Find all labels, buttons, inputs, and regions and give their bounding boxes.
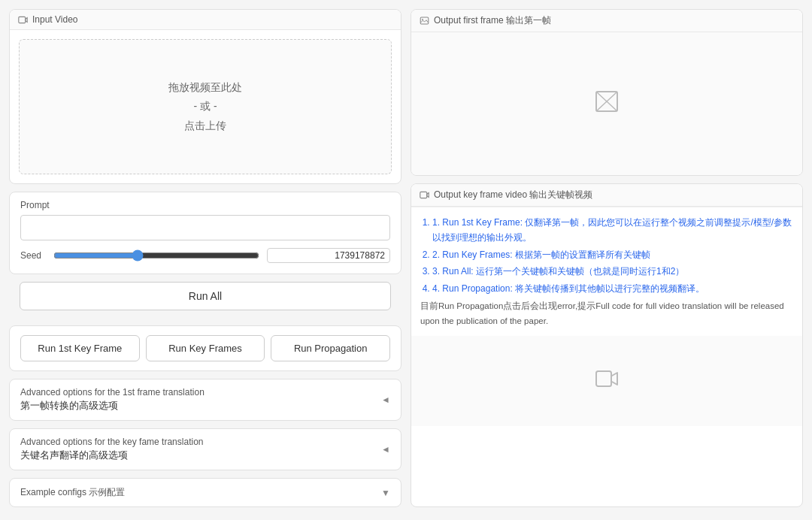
example-configs-section: Example configs 示例配置 ▼	[9, 478, 401, 507]
advanced-1st-section: Advanced options for the 1st frame trans…	[9, 379, 401, 421]
output-first-header: Output first frame 输出第一帧	[411, 10, 802, 32]
info-list: 1. Run 1st Key Frame: 仅翻译第一帧，因此您可以在运行整个视…	[420, 215, 793, 296]
prompt-input[interactable]	[20, 215, 390, 240]
input-video-header: Input Video	[10, 10, 401, 30]
right-panel: Output first frame 输出第一帧	[411, 9, 803, 507]
output-video-placeholder-icon	[595, 367, 619, 396]
seed-slider[interactable]	[53, 249, 259, 262]
info-text-area: 1. Run 1st Key Frame: 仅翻译第一帧，因此您可以在运行整个视…	[411, 207, 802, 336]
svg-rect-0	[18, 17, 25, 23]
advanced-key-arrow: ◄	[381, 444, 390, 455]
left-panel: Input Video 拖放视频至此处 - 或 - 点击上传 Prompt Se…	[9, 9, 401, 507]
output-key-icon	[419, 190, 429, 201]
input-video-title: Input Video	[32, 14, 78, 25]
output-key-title: Output key frame video 输出关键帧视频	[434, 189, 592, 201]
image-icon	[419, 16, 429, 26]
info-item-1: 1. Run 1st Key Frame: 仅翻译第一帧，因此您可以在运行整个视…	[432, 215, 793, 246]
output-key-frame-card: Output key frame video 输出关键帧视频 1. Run 1s…	[411, 183, 803, 507]
svg-rect-7	[596, 371, 611, 386]
run-propagation-button[interactable]: Run Propagation	[271, 335, 390, 361]
example-configs-arrow: ▼	[381, 488, 390, 498]
upload-area[interactable]: 拖放视频至此处 - 或 - 点击上传	[19, 39, 392, 174]
run-1st-key-frame-button[interactable]: Run 1st Key Frame	[20, 335, 140, 361]
run-all-button[interactable]: Run All	[20, 282, 391, 310]
run-key-frames-button[interactable]: Run Key Frames	[146, 335, 265, 361]
app-container: Input Video 拖放视频至此处 - 或 - 点击上传 Prompt Se…	[9, 9, 803, 507]
advanced-1st-title-zh: 第一帧转换的高级选项	[20, 399, 205, 413]
info-item-2: 2. Run Key Frames: 根据第一帧的设置翻译所有关键帧	[432, 247, 793, 262]
advanced-key-title-en: Advanced options for the key fame transl…	[20, 437, 203, 447]
seed-slider-wrap	[53, 249, 259, 262]
example-configs-title: Example configs 示例配置	[20, 486, 125, 499]
advanced-key-header[interactable]: Advanced options for the key fame transl…	[10, 429, 401, 470]
upload-line1: 拖放视频至此处	[168, 78, 242, 97]
output-first-title: Output first frame 输出第一帧	[434, 14, 551, 27]
upload-text: 拖放视频至此处 - 或 - 点击上传	[168, 78, 242, 135]
seed-value-input[interactable]	[267, 248, 390, 263]
prompt-section: Prompt Seed	[10, 192, 401, 274]
advanced-1st-arrow: ◄	[381, 395, 390, 405]
upload-line3: 点击上传	[168, 116, 242, 135]
svg-rect-6	[420, 192, 426, 198]
svg-point-2	[422, 19, 423, 20]
output-first-frame-card: Output first frame 输出第一帧	[411, 9, 803, 176]
prompt-label: Prompt	[20, 200, 390, 210]
advanced-1st-header[interactable]: Advanced options for the 1st frame trans…	[10, 379, 401, 420]
action-buttons-card: Run 1st Key Frame Run Key Frames Run Pro…	[9, 325, 401, 371]
prompt-seed-card: Prompt Seed	[9, 192, 401, 274]
input-video-card: Input Video 拖放视频至此处 - 或 - 点击上传	[9, 9, 401, 184]
advanced-key-title-zh: 关键名声翻译的高级选项	[20, 449, 203, 462]
output-key-header: Output key frame video 输出关键帧视频	[411, 184, 802, 207]
seed-row: Seed	[20, 248, 390, 263]
example-configs-header[interactable]: Example configs 示例配置 ▼	[10, 479, 401, 506]
video-icon	[17, 14, 28, 25]
advanced-key-section: Advanced options for the key fame transl…	[9, 428, 401, 470]
info-item-4: 4. Run Propagation: 将关键帧传播到其他帧以进行完整的视频翻译…	[432, 281, 793, 296]
info-item-3: 3. Run All: 运行第一个关键帧和关键帧（也就是同时运行1和2）	[432, 264, 793, 279]
three-btn-row: Run 1st Key Frame Run Key Frames Run Pro…	[10, 326, 401, 370]
output-image-area	[411, 32, 802, 175]
output-video-area	[411, 336, 802, 426]
upload-line2: - 或 -	[168, 97, 242, 116]
output-image-placeholder-icon	[593, 88, 620, 120]
info-note: 目前Run Propagation点击后会出现error,提示Full code…	[420, 299, 793, 328]
advanced-1st-title-en: Advanced options for the 1st frame trans…	[20, 387, 205, 398]
seed-label: Seed	[20, 250, 46, 261]
svg-rect-1	[420, 17, 429, 24]
